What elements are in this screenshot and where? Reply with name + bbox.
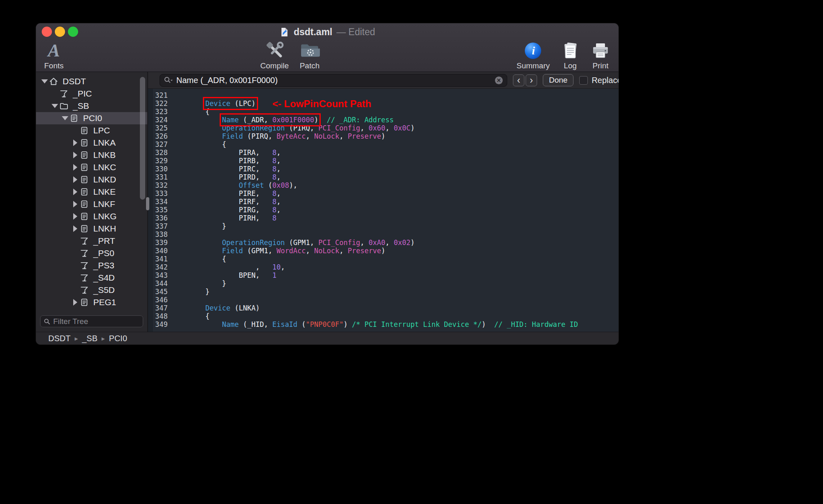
zoom-button[interactable] — [68, 27, 78, 37]
code-token — [486, 320, 494, 328]
traffic-lights — [42, 27, 78, 37]
splitter-handle[interactable] — [146, 197, 149, 210]
document-proxy-icon[interactable] — [279, 27, 290, 37]
tree-item-LNKD[interactable]: LNKD — [36, 173, 147, 186]
code-editor[interactable]: 321322 Device (LPC) <- LowPinCount Path3… — [148, 89, 618, 332]
tree-item-_PS0[interactable]: _PS0 — [36, 247, 147, 259]
tree-item-label: _PS0 — [93, 248, 114, 258]
done-button[interactable]: Done — [543, 74, 573, 86]
code-token: , — [360, 124, 369, 132]
method-icon — [80, 286, 90, 295]
code-token: EisaId — [272, 320, 297, 328]
code-token: 0x001F0000 — [272, 116, 314, 124]
minimize-button[interactable] — [55, 27, 65, 37]
tree-item-LNKA[interactable]: LNKA — [36, 137, 147, 149]
tree-item-LNKB[interactable]: LNKB — [36, 149, 147, 161]
print-button[interactable]: Print — [591, 40, 610, 70]
code-token: 8 — [272, 165, 277, 173]
chevron-right-icon[interactable] — [71, 299, 80, 306]
tree-item-label: _PS3 — [93, 261, 114, 270]
code-token: , — [172, 263, 272, 271]
method-icon — [80, 273, 90, 282]
compile-button[interactable]: Compile — [260, 40, 289, 70]
code-token: 8 — [272, 214, 277, 222]
tree-item-_S4D[interactable]: _S4D — [36, 272, 147, 284]
tree-item-label: LNKA — [93, 138, 116, 148]
line-number: 348 — [153, 312, 172, 320]
tree-item-_PRT[interactable]: _PRT — [36, 235, 147, 247]
code-token — [172, 124, 222, 132]
line-number: 321 — [153, 91, 172, 99]
code-token — [256, 99, 272, 108]
summary-button[interactable]: i Summary — [517, 40, 550, 70]
code-line: 341 { — [153, 255, 618, 263]
filter-area: Filter Tree — [36, 312, 147, 332]
find-previous-button[interactable]: ‹ — [513, 74, 524, 86]
code-line: 335 PIRG, 8, — [153, 206, 618, 214]
chevron-right-icon[interactable] — [71, 176, 80, 183]
clear-search-button[interactable]: ✕ — [495, 76, 503, 84]
line-number: 341 — [153, 255, 172, 263]
sidebar-splitter[interactable] — [147, 72, 148, 332]
sidebar-scrollbar-thumb[interactable] — [140, 77, 145, 200]
tree-item-LNKF[interactable]: LNKF — [36, 198, 147, 210]
tree-item-_PS3[interactable]: _PS3 — [36, 259, 147, 272]
titlebar[interactable]: dsdt.aml — Edited — [36, 23, 618, 40]
filter-tree-input[interactable]: Filter Tree — [40, 315, 143, 327]
tree-item-_S5D[interactable]: _S5D — [36, 284, 147, 296]
find-query-text: Name (_ADR, 0x001F0000) — [176, 76, 492, 85]
code-token — [172, 239, 222, 247]
code-token — [172, 181, 239, 189]
chevron-right-icon[interactable] — [71, 140, 80, 146]
device-icon — [80, 224, 90, 233]
breadcrumb-item[interactable]: PCI0 — [109, 334, 127, 343]
tree-item-label: LNKF — [93, 199, 115, 209]
patch-button[interactable]: Patch — [299, 40, 320, 70]
compile-tools-icon — [264, 40, 285, 61]
tree-item-LNKH[interactable]: LNKH — [36, 223, 147, 235]
tree-item-_PIC[interactable]: _PIC — [36, 88, 147, 100]
tree-item-LPC[interactable]: LPC — [36, 124, 147, 137]
annotation-highlight-box: Name (_ADR, 0x001F0000) — [222, 116, 318, 124]
chevron-right-icon[interactable] — [71, 213, 80, 220]
code-token: , — [385, 124, 394, 132]
code-token: PIRH, — [172, 214, 272, 222]
device-icon — [80, 298, 90, 307]
code-token: ) — [410, 239, 414, 247]
chevron-right-icon[interactable] — [71, 164, 80, 171]
tree-item-_SB[interactable]: _SB — [36, 100, 147, 112]
code-line: 326 Field (PIRQ, ByteAcc, NoLock, Preser… — [153, 132, 618, 140]
chevron-down-icon[interactable] — [40, 79, 49, 83]
code-line: 349 Name (_HID, EisaId ("PNP0C0F") /* PC… — [153, 320, 618, 328]
code-token: , — [385, 239, 394, 247]
tree-item-PEG1[interactable]: PEG1 — [36, 296, 147, 308]
replace-checkbox[interactable] — [579, 76, 588, 85]
log-button[interactable]: Log — [560, 40, 580, 70]
chevron-right-icon[interactable] — [71, 225, 80, 232]
fonts-button[interactable]: A Fonts — [44, 40, 64, 70]
code-line: 333 PIRE, 8, — [153, 189, 618, 198]
code-token — [172, 320, 222, 328]
tree-item-DSDT[interactable]: DSDT — [36, 75, 147, 88]
search-menu-icon[interactable] — [164, 76, 173, 84]
folder-icon — [59, 101, 70, 110]
chevron-down-icon[interactable] — [50, 104, 59, 108]
find-input[interactable]: Name (_ADR, 0x001F0000) ✕ — [160, 74, 507, 87]
chevron-right-icon[interactable] — [71, 201, 80, 207]
close-button[interactable] — [42, 27, 52, 37]
tree-item-LNKE[interactable]: LNKE — [36, 186, 147, 198]
chevron-down-icon[interactable] — [61, 116, 70, 120]
tree-item-LNKG[interactable]: LNKG — [36, 210, 147, 223]
find-next-button[interactable]: › — [526, 74, 537, 86]
code-token: { — [172, 140, 226, 148]
code-token: ) — [381, 247, 385, 255]
tree-item-LNKC[interactable]: LNKC — [36, 161, 147, 173]
chevron-right-icon[interactable] — [71, 152, 80, 158]
chevron-right-icon[interactable] — [71, 189, 80, 195]
patch-folder-icon — [299, 40, 320, 61]
line-number: 329 — [153, 157, 172, 165]
tree-item-PCI0[interactable]: PCI0 — [36, 112, 147, 124]
breadcrumb-item[interactable]: _SB — [82, 334, 97, 343]
code-line: 327 { — [153, 140, 618, 148]
breadcrumb-item[interactable]: DSDT — [48, 334, 70, 343]
